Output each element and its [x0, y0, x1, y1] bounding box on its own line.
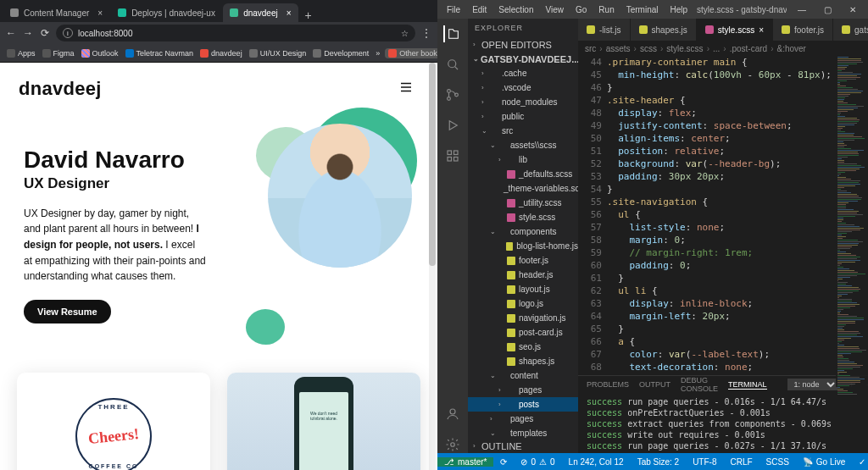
breadcrumb[interactable]: src›assets›scss›style.scss›...›.post-car…: [578, 41, 868, 56]
bookmark-item[interactable]: Teletrac Navman: [124, 49, 196, 58]
status-cursor[interactable]: Ln 242, Col 12: [562, 457, 631, 467]
search-icon[interactable]: [444, 56, 461, 73]
tree-file[interactable]: blog-list-home.js: [468, 239, 578, 253]
nav-forward-icon[interactable]: →: [22, 27, 34, 39]
minimap[interactable]: [836, 56, 868, 387]
tree-file[interactable]: style.scss: [468, 210, 578, 224]
tree-file[interactable]: post-card.js: [468, 325, 578, 340]
status-sync[interactable]: ⟳: [493, 457, 514, 467]
tree-folder[interactable]: ⌄src: [468, 124, 578, 138]
panel-tab[interactable]: TERMINAL: [728, 380, 767, 390]
menu-item[interactable]: Selection: [494, 3, 537, 16]
menu-item[interactable]: Edit: [468, 3, 491, 16]
status-branch[interactable]: ⎇ master*: [437, 457, 493, 467]
status-language[interactable]: SCSS: [760, 457, 796, 467]
code-content[interactable]: .primary-container main { min-height: ca…: [607, 56, 868, 375]
tree-folder[interactable]: ›.vscode: [468, 80, 578, 95]
new-tab-button[interactable]: +: [300, 8, 317, 22]
close-tab-icon[interactable]: ×: [97, 8, 103, 18]
status-problems[interactable]: ⊘ 0 ⚠ 0: [514, 457, 561, 467]
extensions-icon[interactable]: ⋮: [420, 27, 432, 39]
bookmark-item[interactable]: UI/UX Design: [248, 49, 309, 58]
menu-trigger-icon[interactable]: [398, 80, 414, 98]
status-encoding[interactable]: UTF-8: [686, 457, 723, 467]
terminal-select[interactable]: 1: node: [787, 379, 837, 390]
tree-folder[interactable]: ›pages: [468, 412, 578, 426]
tree-folder[interactable]: ⌄assets\\scss: [468, 138, 578, 152]
tree-folder[interactable]: ›public: [468, 109, 578, 124]
tree-folder[interactable]: ›pages: [468, 383, 578, 397]
menu-item[interactable]: Go: [571, 3, 591, 16]
menu-item[interactable]: Terminal: [622, 3, 663, 16]
tree-folder[interactable]: ⌄content: [468, 368, 578, 383]
bookmark-item[interactable]: Outlook: [80, 49, 120, 58]
panel-tab[interactable]: PROBLEMS: [587, 380, 629, 389]
tree-file[interactable]: footer.js: [468, 253, 578, 268]
tree-file[interactable]: header.js: [468, 268, 578, 282]
nav-back-icon[interactable]: ←: [5, 27, 17, 39]
account-icon[interactable]: [444, 406, 461, 423]
browser-tab[interactable]: Content Manager×: [3, 3, 109, 22]
settings-gear-icon[interactable]: [444, 436, 461, 453]
nav-reload-icon[interactable]: ⟳: [39, 27, 51, 39]
project-root[interactable]: ⌄GATSBY-DNAVDEEJ...📄: [468, 52, 578, 66]
editor-tab[interactable]: -list.js: [578, 19, 631, 41]
bookmarks-overflow-icon[interactable]: »: [374, 49, 381, 58]
view-resume-button[interactable]: View Resume: [24, 300, 111, 323]
menu-item[interactable]: File: [442, 3, 465, 16]
browser-tab[interactable]: Deploys | dnavdeej-ux×: [111, 3, 221, 22]
tree-file[interactable]: navigation.js: [468, 311, 578, 325]
run-debug-icon[interactable]: [444, 117, 461, 134]
open-editors-section[interactable]: ›OPEN EDITORS: [468, 37, 578, 52]
tree-folder[interactable]: ›posts: [468, 397, 578, 412]
tree-file[interactable]: seo.js: [468, 340, 578, 354]
work-card[interactable]: We don't need to\nbrat alone.: [227, 373, 420, 470]
scroll-thumb[interactable]: [429, 63, 436, 266]
status-prettier[interactable]: ✓: [852, 457, 868, 467]
address-bar[interactable]: i localhost:8000 ☆: [56, 25, 415, 41]
tree-folder[interactable]: ›node_modules: [468, 95, 578, 109]
tree-folder[interactable]: ›lib: [468, 152, 578, 167]
bookmark-item[interactable]: dnavdeej: [198, 49, 244, 58]
menu-item[interactable]: Help: [666, 3, 693, 16]
breadcrumb-item[interactable]: ...: [713, 44, 720, 53]
close-tab-icon[interactable]: ×: [287, 8, 292, 18]
breadcrumb-item[interactable]: assets: [606, 44, 631, 53]
tree-file[interactable]: _theme-variables.scss: [468, 181, 578, 196]
tree-file[interactable]: _utility.scss: [468, 196, 578, 210]
close-tab-icon[interactable]: ×: [759, 25, 764, 35]
editor-tab[interactable]: shapes.js: [631, 19, 697, 41]
page-scrollbar[interactable]: [429, 63, 436, 470]
bookmark-apps[interactable]: Apps: [5, 49, 37, 58]
tree-folder[interactable]: ⌄components: [468, 224, 578, 239]
status-eol[interactable]: CRLF: [723, 457, 759, 467]
tree-file[interactable]: shapes.js: [468, 354, 578, 368]
explorer-icon[interactable]: [443, 25, 460, 42]
tree-file[interactable]: _defaults.scss: [468, 167, 578, 181]
editor-tab[interactable]: gatsby-config.js: [833, 19, 868, 41]
tree-file[interactable]: layout.js: [468, 282, 578, 296]
bookmark-item[interactable]: Figma: [41, 49, 76, 58]
breadcrumb-item[interactable]: style.scss: [666, 44, 703, 53]
source-control-icon[interactable]: [444, 86, 461, 103]
editor-tab[interactable]: footer.js: [773, 19, 833, 41]
breadcrumb-item[interactable]: &:hover: [776, 44, 805, 53]
tree-folder[interactable]: ›.cache: [468, 66, 578, 80]
panel-tab[interactable]: DEBUG CONSOLE: [681, 376, 718, 393]
extensions-panel-icon[interactable]: [444, 147, 461, 164]
window-close-icon[interactable]: ✕: [841, 2, 865, 17]
menu-item[interactable]: View: [542, 3, 569, 16]
site-info-icon[interactable]: i: [63, 28, 73, 38]
breadcrumb-item[interactable]: scss: [640, 44, 657, 53]
status-tabsize[interactable]: Tab Size: 2: [631, 457, 686, 467]
browser-tab[interactable]: dnavdeej×: [223, 3, 298, 22]
editor-tab[interactable]: style.scss×: [697, 19, 773, 41]
terminal-output[interactable]: success run page queries - 0.016s - 1/1 …: [578, 393, 868, 453]
menu-item[interactable]: Run: [594, 3, 618, 16]
work-card[interactable]: THREE Cheers! COFFEE CO: [17, 373, 210, 470]
window-minimize-icon[interactable]: —: [790, 2, 814, 17]
site-logo[interactable]: dnavdeej: [19, 78, 102, 100]
breadcrumb-item[interactable]: .post-card: [730, 44, 767, 53]
window-maximize-icon[interactable]: ▢: [815, 2, 839, 17]
code-editor[interactable]: 44 45 46 47 48 49 50 51 52 53 54 55 56 5…: [578, 56, 868, 375]
